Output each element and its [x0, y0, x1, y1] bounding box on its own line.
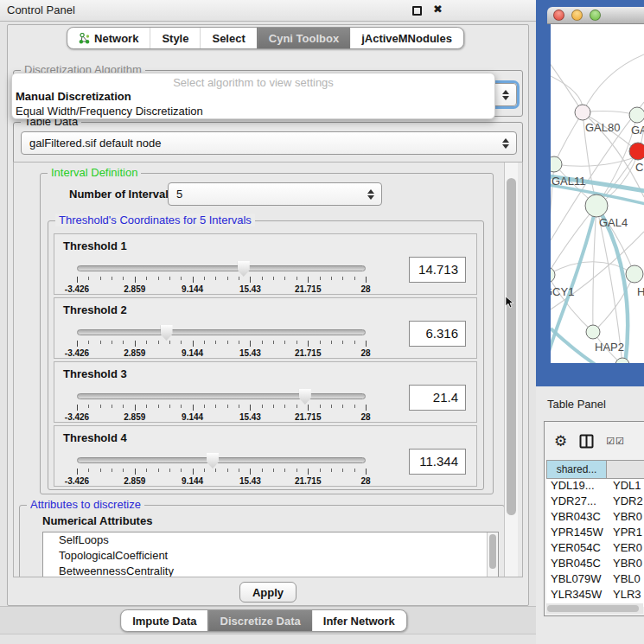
network-node[interactable]: [551, 156, 562, 172]
slider-thumb[interactable]: [238, 261, 250, 277]
minimize-traffic-light-icon[interactable]: [571, 10, 583, 21]
network-node[interactable]: [586, 325, 600, 339]
network-node[interactable]: [551, 267, 555, 283]
table-row[interactable]: YBR043CYBR0: [546, 510, 644, 526]
tab-impute-data[interactable]: Impute Data: [121, 610, 207, 631]
threshold-value-field[interactable]: 6.316: [409, 321, 466, 347]
attributes-scrollbar[interactable]: [487, 532, 498, 577]
table-row[interactable]: YDR27...YDR2: [546, 494, 644, 510]
network-node[interactable]: [629, 143, 644, 160]
threshold-slider[interactable]: -3.4262.8599.14415.4321.71528: [77, 329, 366, 357]
table-row[interactable]: YPR145WYPR1: [546, 526, 644, 541]
apply-button[interactable]: Apply: [239, 582, 296, 603]
network-node[interactable]: [629, 107, 644, 123]
close-icon[interactable]: ✖: [433, 3, 443, 16]
columns-icon[interactable]: [579, 434, 594, 449]
threshold-panel-3: Threshold 3-3.4262.8599.14415.4321.71528…: [54, 361, 477, 423]
table-row[interactable]: YLR345WYLR3: [546, 588, 644, 603]
tick-label: 9.144: [182, 284, 203, 294]
table-hscrollbar-thumb[interactable]: [547, 605, 639, 612]
table-data-group: Table Data galFiltered.sif default node: [13, 122, 523, 165]
float-window-icon[interactable]: [412, 6, 422, 16]
dropdown-item-manual[interactable]: Manual Discretization: [12, 89, 494, 104]
slider-ticks: [77, 277, 366, 284]
threshold-slider[interactable]: -3.4262.8599.14415.4321.71528: [77, 457, 366, 485]
slider-ticks: [77, 341, 366, 348]
tick-label: -3.426: [65, 412, 89, 422]
zoom-traffic-light-icon[interactable]: [590, 10, 601, 21]
slider-thumb[interactable]: [299, 389, 311, 405]
column-header-name[interactable]: name: [607, 460, 644, 479]
settings-scrollbar[interactable]: [504, 163, 518, 577]
control-panel-title: Control Panel: [7, 3, 75, 16]
network-node[interactable]: [575, 105, 590, 120]
attributes-group-title: Attributes to discretize: [27, 498, 144, 511]
slider-thumb[interactable]: [207, 453, 219, 469]
close-traffic-light-icon[interactable]: [553, 10, 564, 21]
tick-label: 2.859: [124, 284, 145, 294]
tab-cyni-toolbox[interactable]: Cyni Toolbox: [257, 28, 350, 48]
combo-arrows-icon: [367, 188, 374, 201]
tab-jactivemnodules[interactable]: jActiveMNodules: [350, 28, 463, 48]
column-header-shared[interactable]: shared...: [546, 460, 607, 479]
table-row[interactable]: YDL19...YDL1: [546, 479, 644, 494]
table-hscrollbar[interactable]: [546, 603, 643, 614]
table-row[interactable]: YBL079WYBL0: [546, 572, 644, 588]
table-rows: YDL19...YDL1YDR27...YDR2YBR043CYBR0YPR14…: [546, 479, 644, 607]
slider-track[interactable]: [77, 329, 366, 335]
interval-definition-title: Interval Definition: [48, 166, 141, 179]
tick-label: 2.859: [124, 348, 145, 358]
tick-label: 15.43: [239, 476, 261, 486]
slider-thumb[interactable]: [161, 325, 173, 341]
node-label: H: [637, 285, 644, 298]
threshold-label: Threshold 2: [63, 303, 127, 316]
slider-track[interactable]: [77, 393, 366, 399]
threshold-value-field[interactable]: 11.344: [409, 449, 466, 475]
tick-label: 28: [360, 476, 370, 486]
tick-label: 15.43: [239, 284, 261, 294]
network-node[interactable]: [626, 265, 643, 283]
attribute-item[interactable]: TopologicalCoefficient: [43, 548, 498, 564]
numerical-attributes-list[interactable]: SelfLoopsTopologicalCoefficientBetweenne…: [42, 532, 499, 577]
attributes-scrollbar-thumb[interactable]: [489, 534, 496, 569]
table-row[interactable]: YBR045CYBR0: [546, 557, 644, 572]
tab-style[interactable]: Style: [150, 28, 200, 48]
threshold-value-field[interactable]: 14.713: [409, 257, 466, 283]
node-label: HAP2: [595, 341, 624, 354]
threshold-value-field[interactable]: 21.4: [409, 385, 466, 411]
tick-label: 2.859: [124, 412, 145, 422]
tab-select[interactable]: Select: [200, 28, 256, 48]
tick-label: 9.144: [182, 412, 203, 422]
tick-label: -3.426: [65, 348, 89, 358]
number-of-intervals-value: 5: [176, 188, 182, 201]
attribute-item[interactable]: SelfLoops: [43, 532, 498, 548]
network-view-window[interactable]: GAL80GACGAL11GAL4GCY1HHAP2: [536, 0, 644, 386]
threshold-slider[interactable]: -3.4262.8599.14415.4321.71528: [77, 265, 366, 293]
tab-network[interactable]: Network: [67, 28, 150, 48]
network-window-titlebar[interactable]: [547, 7, 644, 24]
table-data-combobox[interactable]: galFiltered.sif default node: [21, 131, 517, 155]
checkboxes-icon[interactable]: ☑☑: [606, 436, 625, 447]
settings-scrollbar-thumb[interactable]: [507, 178, 516, 515]
attribute-item[interactable]: BetweennessCentrality: [43, 564, 498, 577]
control-panel-body: Discretization Algorithm Select algorith…: [7, 24, 529, 606]
node-table: ⚙ ☑☑ shared... name YDL19...YDL1YDR27...…: [544, 421, 644, 616]
threshold-label: Threshold 1: [63, 239, 127, 252]
dropdown-hint: Select algorithm to view settings: [12, 73, 494, 89]
number-of-intervals-label: Number of Intervals: [69, 188, 175, 201]
tab-infer-network[interactable]: Infer Network: [312, 610, 406, 631]
number-of-intervals-combobox[interactable]: 5: [168, 182, 382, 206]
cyni-mode-tabbar: Impute Data Discretize Data Infer Networ…: [120, 609, 407, 632]
tick-label: 21.715: [295, 476, 322, 486]
threshold-slider[interactable]: -3.4262.8599.14415.4321.71528: [77, 393, 366, 421]
dropdown-item-equal-width[interactable]: Equal Width/Frequency Discretization: [12, 104, 494, 118]
gear-icon[interactable]: ⚙: [554, 432, 567, 450]
slider-track[interactable]: [77, 457, 366, 463]
control-panel-titlebar: Control Panel ✖: [0, 0, 536, 22]
slider-track[interactable]: [77, 265, 366, 271]
table-row[interactable]: YER054CYER0: [546, 541, 644, 557]
network-canvas[interactable]: GAL80GACGAL11GAL4GCY1HHAP2: [551, 24, 644, 363]
network-node[interactable]: [585, 194, 608, 217]
tab-discretize-data[interactable]: Discretize Data: [208, 610, 312, 631]
tick-label: 15.43: [239, 412, 261, 422]
